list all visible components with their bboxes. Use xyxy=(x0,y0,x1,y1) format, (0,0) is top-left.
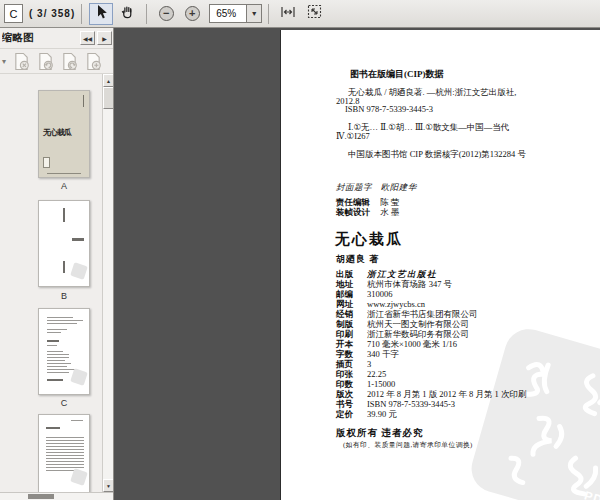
colophon-row: 印张22.25 xyxy=(336,369,594,379)
credit-row: 装帧设计 水 墨 xyxy=(336,207,417,217)
colophon-block: 出版浙江文艺出版社 地址杭州市体育场路 347 号 邮编310006 网址www… xyxy=(336,269,594,419)
panel-expand-button[interactable]: ▶ xyxy=(97,31,112,45)
colophon-row: 邮编310006 xyxy=(336,289,594,299)
rotate-right-page-icon[interactable] xyxy=(61,52,78,71)
pdf-reader-window: C ( 3/ 358) − + 65% ▼ xyxy=(0,0,600,500)
options-menu-icon[interactable]: ▾ xyxy=(2,57,6,66)
zoom-level-input[interactable]: 65% xyxy=(209,4,247,23)
colophon-row: 版次2012 年 8 月第 1 版 2012 年 8 月第 1 次印刷 xyxy=(336,389,594,399)
toolbar-separator xyxy=(268,4,269,24)
chevron-right-icon: ▶ xyxy=(102,35,107,42)
panel-title: 缩略图 xyxy=(2,31,34,45)
arrow-up-icon: ▲ xyxy=(106,78,111,84)
colophon-row: 印数1-15000 xyxy=(336,379,594,389)
cip-heading: 图书在版编目(CIP)数据 xyxy=(336,70,588,79)
insert-page-icon[interactable] xyxy=(85,52,102,71)
book-title: 无心栽瓜 xyxy=(335,230,403,249)
minus-icon: − xyxy=(159,6,174,21)
cover-title-text: 无心栽瓜 xyxy=(43,127,71,138)
hand-icon xyxy=(120,4,135,23)
colophon-row: 制版杭州天一图文制作有限公司 xyxy=(336,319,594,329)
colophon-row: 字数340 千字 xyxy=(336,349,594,359)
thumbnails-panel-header: 缩略图 ◀◀ ▶ xyxy=(0,28,113,49)
thumbnail-hscrollbar[interactable] xyxy=(0,492,113,500)
thumbnail-page-a[interactable]: 无心栽瓜 xyxy=(38,90,90,178)
scrollbar-thumb[interactable] xyxy=(103,87,113,109)
cip-class-line: Ⅳ.①I267 xyxy=(336,132,588,141)
zoom-in-button[interactable]: + xyxy=(180,3,204,25)
colophon-row: 印刷浙江新华数码印务有限公司 xyxy=(336,329,594,339)
thumbnail-scrollbar[interactable]: ▲ ▼ xyxy=(102,74,113,492)
zoom-dropdown-button[interactable]: ▼ xyxy=(247,4,262,23)
cover-footer-line xyxy=(47,173,81,175)
scroll-down-button[interactable]: ▼ xyxy=(103,479,113,492)
colophon-row: 网址www.zjwycbs.cn xyxy=(336,299,594,309)
arrow-down-icon: ▼ xyxy=(106,483,111,489)
thumbnail-page-c[interactable] xyxy=(38,308,90,395)
page-indicator: ( 3/ 358) xyxy=(29,8,75,19)
document-viewport[interactable]: PDG 图书在版编目(CIP)数据 无心栽瓜 / 胡廼良著. —杭州:浙江文艺出… xyxy=(114,28,600,500)
thumbnail-list: 无心栽瓜 A B xyxy=(0,74,113,492)
delete-page-icon[interactable] xyxy=(13,52,30,71)
cursor-arrow-icon xyxy=(94,4,108,23)
hscrollbar-thumb[interactable] xyxy=(28,494,54,499)
colophon-row: 出版浙江文艺出版社 xyxy=(336,269,594,279)
thumbnail-label: C xyxy=(38,398,90,408)
colophon-row: 地址杭州市体育场路 347 号 xyxy=(336,279,594,289)
toolbar-separator xyxy=(81,4,82,24)
toolbar: C ( 3/ 358) − + 65% ▼ xyxy=(0,0,600,28)
cover-seal xyxy=(43,157,50,168)
colophon-row: 插页3 xyxy=(336,359,594,369)
fit-page-button[interactable] xyxy=(302,3,326,25)
thumbnail-page-d[interactable] xyxy=(38,414,90,492)
thumbnails-panel: 缩略图 ◀◀ ▶ ▾ xyxy=(0,28,114,500)
fit-width-icon xyxy=(280,5,296,23)
thumbnail-label: A xyxy=(38,181,90,191)
double-chevron-left-icon: ◀◀ xyxy=(83,35,92,42)
thumbnail-label: B xyxy=(38,291,90,301)
chevron-down-icon: ▼ xyxy=(251,10,258,17)
content-area: 缩略图 ◀◀ ▶ ▾ xyxy=(0,28,600,500)
cip-record-number: 中国版本图书馆 CIP 数据核字(2012)第132284 号 xyxy=(336,150,588,159)
colophon-row: 定价39.90 元 xyxy=(336,409,594,419)
credits-block: 封面题字 欧阳建华 责任编辑 陈 莹 装帧设计 水 墨 xyxy=(336,182,417,217)
cip-isbn: ISBN 978-7-5339-3445-3 xyxy=(336,105,588,114)
cover-spine-mark xyxy=(83,95,85,107)
fit-page-icon xyxy=(307,4,322,23)
copyright-notice: 版权所有 违者必究 xyxy=(336,427,423,440)
book-author: 胡廼良 著 xyxy=(336,253,379,266)
cip-block: 图书在版编目(CIP)数据 无心栽瓜 / 胡廼良著. —杭州:浙江文艺出版社, … xyxy=(336,70,588,159)
credit-row: 封面题字 欧阳建华 xyxy=(336,182,417,192)
credit-row: 责任编辑 陈 莹 xyxy=(336,197,417,207)
page-label-input[interactable]: C xyxy=(4,4,23,23)
plus-icon: + xyxy=(185,6,200,21)
thumbnail-toolbar: ▾ xyxy=(0,49,113,74)
colophon-row: 经销浙江省新华书店集团有限公司 xyxy=(336,309,594,319)
colophon-row: 书号ISBN 978-7-5339-3445-3 xyxy=(336,399,594,409)
hand-tool-button[interactable] xyxy=(115,3,139,25)
fit-width-button[interactable] xyxy=(276,3,300,25)
select-tool-button[interactable] xyxy=(89,3,113,25)
document-page: PDG 图书在版编目(CIP)数据 无心栽瓜 / 胡廼良著. —杭州:浙江文艺出… xyxy=(281,30,600,500)
cip-line: 无心栽瓜 / 胡廼良著. —杭州:浙江文艺出版社, xyxy=(336,88,588,97)
toolbar-separator xyxy=(146,4,147,24)
thumbnail-page-b[interactable] xyxy=(38,200,90,287)
rotate-left-page-icon[interactable] xyxy=(37,52,54,71)
copyright-note: (如有印、装质量问题,请寄承印单位调换) xyxy=(343,440,473,450)
cip-class-line: Ⅰ.①无… Ⅱ.①胡… Ⅲ.①散文集—中国—当代 xyxy=(336,123,588,132)
colophon-row: 开本710 毫米×1000 毫米 1/16 xyxy=(336,339,594,349)
panel-collapse-button[interactable]: ◀◀ xyxy=(80,31,95,45)
scroll-up-button[interactable]: ▲ xyxy=(103,74,113,87)
zoom-out-button[interactable]: − xyxy=(154,3,178,25)
